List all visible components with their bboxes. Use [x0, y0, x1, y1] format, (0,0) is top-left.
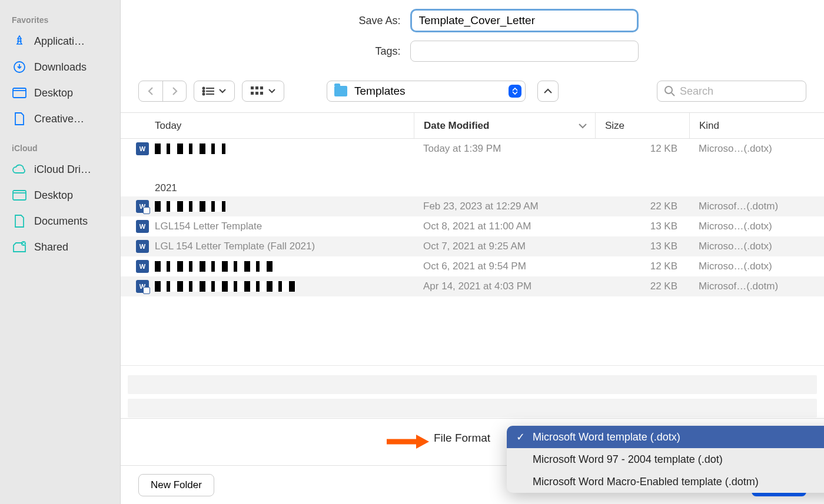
location-select[interactable]: Templates [327, 81, 526, 102]
file-kind: Microso…(.dotx) [689, 143, 824, 155]
file-size: 12 KB [595, 143, 689, 155]
new-folder-button[interactable]: New Folder [138, 474, 214, 496]
col-size[interactable]: Size [595, 113, 689, 138]
col-name[interactable]: Today [121, 120, 414, 132]
sidebar-item-downloads[interactable]: Downloads [0, 54, 120, 80]
app-icon [12, 34, 27, 49]
sidebar-item-label: iCloud Dri… [34, 163, 91, 176]
svg-rect-18 [260, 92, 263, 95]
grid-icon [251, 86, 264, 96]
nav-buttons [138, 81, 187, 102]
sidebar: Favorites Applicati… Downloads Desktop C… [0, 0, 121, 504]
sidebar-item-icloud-drive[interactable]: iCloud Dri… [0, 156, 120, 182]
file-icon [12, 111, 27, 126]
expand-button[interactable] [537, 81, 559, 102]
file-size: 22 KB [595, 201, 689, 212]
download-icon [12, 59, 27, 75]
file-name: LGL154 Letter Template [155, 221, 262, 232]
sidebar-item-label: Applicati… [34, 35, 85, 48]
search-icon [664, 86, 675, 96]
toolbar: Templates Search [121, 76, 824, 113]
location-label: Templates [354, 85, 501, 98]
sidebar-item-label: Creative… [34, 113, 84, 125]
sidebar-item-desktop[interactable]: Desktop [0, 80, 120, 106]
sidebar-item-applications[interactable]: Applicati… [0, 28, 120, 54]
svg-rect-15 [260, 86, 263, 89]
svg-point-19 [665, 86, 672, 94]
file-format-dropdown[interactable]: Microsoft Word template (.dotx)Microsoft… [507, 426, 824, 493]
shared-icon: ✕ [12, 239, 27, 255]
file-row[interactable]: WLGL154 Letter TemplateOct 8, 2021 at 11… [121, 216, 824, 236]
saveas-label: Save As: [307, 15, 401, 27]
file-kind: Microso…(.dotx) [689, 241, 824, 252]
svg-rect-13 [251, 86, 254, 89]
format-option[interactable]: Microsoft Word template (.dotx) [507, 426, 824, 448]
cloud-icon [12, 162, 27, 177]
file-row[interactable]: WOct 6, 2021 at 9:54 PM12 KBMicroso…(.do… [121, 256, 824, 276]
file-name: LGL 154 Letter Template (Fall 2021) [155, 241, 315, 252]
svg-point-11 [203, 91, 205, 92]
chevron-down-icon [219, 89, 226, 94]
sidebar-item-creative[interactable]: Creative… [0, 106, 120, 132]
svg-rect-17 [255, 92, 258, 95]
sidebar-item-label: Desktop [34, 189, 73, 202]
word-icon: W [136, 240, 149, 253]
sidebar-section-favorites: Favorites [0, 11, 120, 28]
file-date: Oct 8, 2021 at 11:00 AM [414, 221, 595, 232]
chevron-down-icon [268, 89, 275, 94]
updown-icon [509, 85, 521, 98]
saveas-input[interactable] [410, 9, 639, 32]
arrow-annotation [387, 433, 429, 450]
main-panel: Save As: Tags: Templates [121, 0, 824, 504]
redacted-filename [155, 201, 225, 212]
list-view-button[interactable] [194, 81, 235, 102]
desktop-icon [12, 188, 27, 203]
svg-text:✕: ✕ [22, 241, 26, 246]
word-icon: W [136, 200, 149, 213]
file-row[interactable]: WApr 14, 2021 at 4:03 PM22 KBMicrosof…(.… [121, 276, 824, 296]
file-kind: Microso…(.dotx) [689, 261, 824, 272]
file-row[interactable]: WLGL 154 Letter Template (Fall 2021)Oct … [121, 236, 824, 256]
back-button[interactable] [139, 81, 162, 101]
svg-line-20 [672, 93, 675, 96]
sidebar-section-icloud: iCloud [0, 139, 120, 156]
tags-input[interactable] [410, 41, 639, 62]
redacted-filename [155, 261, 278, 272]
redacted-filename [155, 281, 296, 292]
group-view-button[interactable] [242, 81, 284, 102]
save-form: Save As: Tags: [121, 0, 824, 76]
sidebar-item-icloud-desktop[interactable]: Desktop [0, 182, 120, 208]
col-kind[interactable]: Kind [689, 113, 824, 138]
format-option[interactable]: Microsoft Word 97 - 2004 template (.dot) [507, 448, 824, 470]
svg-marker-22 [416, 435, 429, 449]
separator-area [121, 365, 824, 418]
format-bar: File Format Microsoft Word template (.do… [121, 418, 824, 465]
word-icon: W [136, 280, 149, 293]
file-list[interactable]: WToday at 1:39 PM12 KBMicroso…(.dotx)202… [121, 139, 824, 365]
sidebar-item-shared[interactable]: ✕ Shared [0, 234, 120, 260]
doc-icon [12, 213, 27, 229]
redacted-filename [155, 143, 225, 154]
word-icon: W [136, 220, 149, 233]
file-row[interactable]: WFeb 23, 2023 at 12:29 AM22 KBMicrosof…(… [121, 196, 824, 216]
file-kind: Microsof…(.dotm) [689, 281, 824, 292]
svg-rect-3 [13, 191, 26, 200]
svg-point-10 [203, 88, 205, 89]
file-date: Feb 23, 2023 at 12:29 AM [414, 201, 595, 212]
file-date: Apr 14, 2021 at 4:03 PM [414, 281, 595, 292]
col-date[interactable]: Date Modified [414, 113, 595, 138]
file-date: Oct 7, 2021 at 9:25 AM [414, 241, 595, 252]
chevron-down-icon [579, 120, 587, 132]
sidebar-item-label: Downloads [34, 61, 87, 74]
sidebar-item-label: Desktop [34, 87, 73, 99]
group-label: 2021 [121, 175, 824, 196]
format-option[interactable]: Microsoft Word Macro-Enabled template (.… [507, 470, 824, 493]
list-icon [202, 86, 214, 96]
file-row[interactable]: WToday at 1:39 PM12 KBMicroso…(.dotx) [121, 139, 824, 159]
svg-rect-14 [255, 86, 258, 89]
sidebar-item-label: Documents [34, 215, 88, 228]
forward-button[interactable] [162, 81, 186, 101]
search-input[interactable]: Search [657, 81, 806, 102]
chevron-up-icon [544, 88, 552, 94]
sidebar-item-documents[interactable]: Documents [0, 208, 120, 234]
